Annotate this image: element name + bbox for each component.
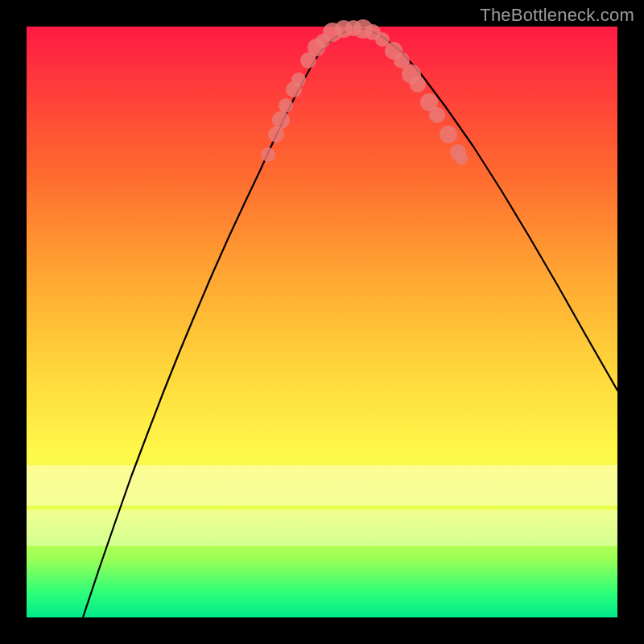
data-dot xyxy=(440,126,457,143)
data-dot xyxy=(429,107,445,123)
data-dot xyxy=(268,126,284,142)
chart-stage: TheBottleneck.com xyxy=(0,0,644,644)
data-dot xyxy=(410,76,426,93)
data-dot xyxy=(261,147,275,162)
data-dot xyxy=(291,72,306,87)
data-dot xyxy=(279,98,293,113)
bottleneck-curve xyxy=(27,27,617,617)
watermark-text: TheBottleneck.com xyxy=(480,5,634,26)
data-dot xyxy=(455,152,468,165)
plot-area xyxy=(27,27,617,617)
data-dot xyxy=(272,111,290,129)
